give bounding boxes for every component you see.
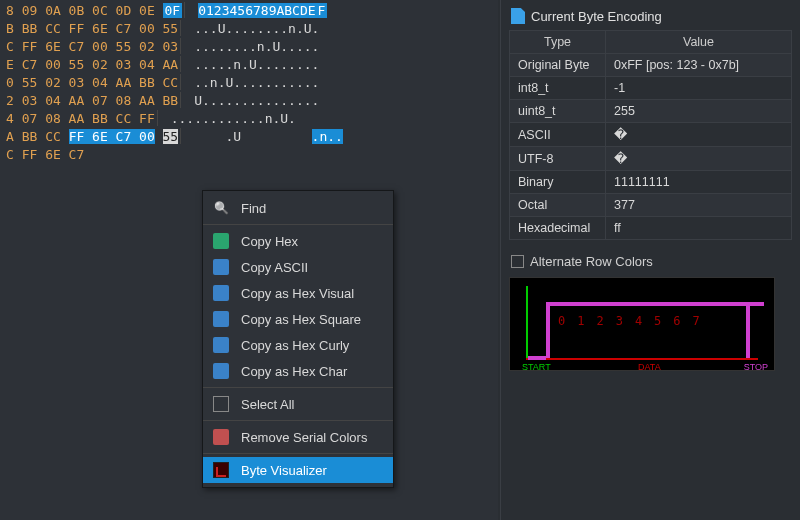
alternate-row-colors-checkbox[interactable]: Alternate Row Colors — [511, 254, 792, 269]
hex-row[interactable]: B BB CC FF 6E C7 00 55...U........n.U. — [6, 20, 498, 38]
menu-copy-hex[interactable]: Copy Hex — [203, 228, 393, 254]
table-row: int8_t-1 — [510, 77, 792, 100]
menu-copy-ascii[interactable]: Copy ASCII — [203, 254, 393, 280]
table-row: Octal377 — [510, 194, 792, 217]
byte-visualizer-icon — [213, 462, 229, 478]
table-row: Original Byte0xFF [pos: 123 - 0x7b] — [510, 54, 792, 77]
menu-select-all[interactable]: Select All — [203, 391, 393, 417]
encoding-panel-title: Current Byte Encoding — [511, 8, 792, 24]
menu-copy-hex-char[interactable]: Copy as Hex Char — [203, 358, 393, 384]
menu-copy-hex-curly[interactable]: Copy as Hex Curly — [203, 332, 393, 358]
hex-row[interactable]: 4 07 08 AA BB CC FF............n.U. — [6, 110, 498, 128]
table-row: ASCII� — [510, 123, 792, 147]
copy-icon — [213, 311, 229, 327]
hex-row[interactable]: C FF 6E C7 — [6, 146, 498, 164]
viz-bits: 01234567 — [558, 314, 712, 328]
copy-icon — [213, 233, 229, 249]
col-type: Type — [510, 31, 606, 54]
menu-copy-hex-visual[interactable]: Copy as Hex Visual — [203, 280, 393, 306]
right-panel: Current Byte Encoding TypeValue Original… — [500, 0, 800, 520]
select-all-icon — [213, 396, 229, 412]
table-row: uint8_t255 — [510, 100, 792, 123]
copy-icon — [213, 259, 229, 275]
context-menu: Find Copy Hex Copy ASCII Copy as Hex Vis… — [202, 190, 394, 488]
menu-find[interactable]: Find — [203, 195, 393, 221]
viz-data-label: DATA — [638, 362, 661, 372]
encoding-table: TypeValue Original Byte0xFF [pos: 123 - … — [509, 30, 792, 240]
search-icon — [213, 200, 229, 216]
byte-visualizer-chart: 01234567 START DATA STOP — [509, 277, 775, 371]
copy-icon — [213, 337, 229, 353]
copy-icon — [213, 363, 229, 379]
copy-icon — [213, 285, 229, 301]
viz-start-label: START — [522, 362, 551, 372]
checkbox-label: Alternate Row Colors — [530, 254, 653, 269]
hex-row[interactable]: A BB CC FF 6E C7 00 55 .U .n.. — [6, 128, 498, 146]
hex-row[interactable]: E C7 00 55 02 03 04 AA.....n.U........ — [6, 56, 498, 74]
hex-header: 8 09 0A 0B 0C 0D 0E 0F0123456789ABCDEF — [6, 2, 498, 20]
checkbox-icon[interactable] — [511, 255, 524, 268]
col-value: Value — [606, 31, 792, 54]
hex-row[interactable]: 2 03 04 AA 07 08 AA BBU............... — [6, 92, 498, 110]
menu-byte-visualizer[interactable]: Byte Visualizer — [203, 457, 393, 483]
viz-stop-label: STOP — [744, 362, 768, 372]
menu-copy-hex-square[interactable]: Copy as Hex Square — [203, 306, 393, 332]
table-row: UTF-8� — [510, 147, 792, 171]
document-icon — [511, 8, 525, 24]
trash-icon — [213, 429, 229, 445]
table-row: Hexadecimalff — [510, 217, 792, 240]
hex-row[interactable]: 0 55 02 03 04 AA BB CC..n.U........... — [6, 74, 498, 92]
menu-remove-serial-colors[interactable]: Remove Serial Colors — [203, 424, 393, 450]
table-row: Binary11111111 — [510, 171, 792, 194]
hex-row[interactable]: C FF 6E C7 00 55 02 03........n.U..... — [6, 38, 498, 56]
